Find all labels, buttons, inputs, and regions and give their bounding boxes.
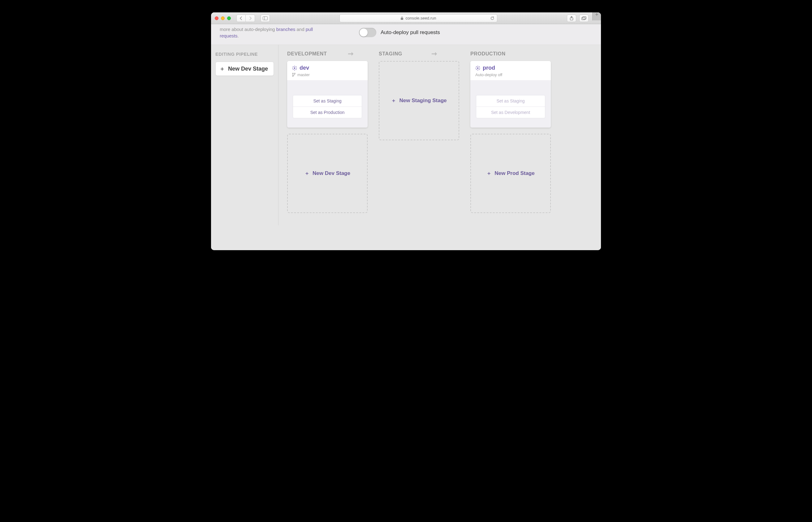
new-prod-stage-label: New Prod Stage: [495, 170, 535, 177]
auto-deploy-toggle-row: Auto-deploy pull requests: [359, 28, 440, 37]
nav-buttons: [236, 15, 255, 22]
plus-icon: ＋: [486, 170, 492, 177]
fullscreen-window-button[interactable]: [227, 16, 231, 20]
prod-stage-header: prod Auto-deploy off: [471, 61, 551, 80]
dev-set-as-staging-button[interactable]: Set as Staging: [293, 95, 362, 107]
back-button[interactable]: [236, 15, 246, 22]
url-bar[interactable]: console.seed.run: [339, 14, 497, 22]
help-text-and: and: [295, 27, 306, 32]
titlebar: console.seed.run +: [211, 13, 601, 24]
svg-point-17: [292, 76, 293, 77]
gear-icon[interactable]: [292, 66, 297, 71]
staging-column: STAGING ＋ New Staging Stage: [379, 51, 471, 213]
svg-line-24: [479, 69, 480, 70]
help-text-prefix: more about auto-deploying: [220, 27, 276, 32]
svg-line-14: [293, 69, 294, 70]
svg-line-12: [296, 69, 296, 70]
svg-rect-2: [401, 18, 403, 20]
sidebar-new-dev-stage-label: New Dev Stage: [228, 66, 268, 72]
prod-stage-name[interactable]: prod: [483, 65, 495, 71]
svg-line-25: [479, 66, 480, 67]
dev-stage-branch: master: [297, 73, 310, 77]
dev-stage-card: dev master Set as Staging: [287, 61, 368, 127]
dev-stage-name[interactable]: dev: [299, 65, 309, 71]
svg-line-23: [476, 66, 477, 67]
sidebar-new-dev-stage-button[interactable]: ＋ New Dev Stage: [215, 62, 274, 76]
svg-line-11: [293, 66, 294, 67]
new-prod-stage-card[interactable]: ＋ New Prod Stage: [471, 134, 551, 213]
close-window-button[interactable]: [215, 16, 218, 20]
help-text-suffix: .: [238, 33, 239, 38]
dev-set-as-production-button[interactable]: Set as Production: [293, 107, 362, 118]
prod-set-as-development-button[interactable]: Set as Development: [476, 107, 545, 118]
arrow-right-icon: [431, 52, 441, 56]
forward-button[interactable]: [246, 15, 255, 22]
staging-header: STAGING: [379, 51, 402, 57]
window-controls: [215, 16, 231, 20]
dev-stage-body: Set as Staging Set as Production: [287, 80, 368, 127]
prod-action-list: Set as Staging Set as Development: [476, 95, 545, 118]
new-staging-stage-card[interactable]: ＋ New Staging Stage: [379, 61, 459, 140]
page-content: more about auto-deploying branches and p…: [211, 24, 601, 250]
lock-icon: [400, 16, 403, 20]
toggle-knob: [359, 28, 368, 37]
dev-stage-header: dev master: [287, 61, 368, 80]
prod-stage-body: Set as Staging Set as Development: [471, 80, 551, 127]
tabs-button[interactable]: [579, 15, 588, 22]
production-header: PRODUCTION: [471, 51, 506, 57]
minimize-window-button[interactable]: [221, 16, 225, 20]
share-button[interactable]: [567, 15, 576, 22]
auto-deploy-toggle-label: Auto-deploy pull requests: [381, 29, 440, 36]
production-column: PRODUCTION prod Auto-deploy off: [471, 51, 562, 213]
branches-link[interactable]: branches: [276, 27, 295, 32]
gear-icon[interactable]: [475, 66, 480, 71]
pipeline-area: EDITING PIPELINE ＋ New Dev Stage DEVELOP…: [211, 45, 601, 225]
prod-stage-card: prod Auto-deploy off Set as Staging Set …: [471, 61, 551, 127]
auto-deploy-help-text: more about auto-deploying branches and p…: [220, 26, 322, 39]
auto-deploy-panel: more about auto-deploying branches and p…: [211, 24, 601, 45]
new-staging-stage-label: New Staging Stage: [399, 98, 446, 104]
svg-rect-4: [582, 17, 585, 20]
prod-set-as-staging-button[interactable]: Set as Staging: [476, 95, 545, 107]
dev-action-list: Set as Staging Set as Production: [293, 95, 362, 118]
branch-icon: [292, 73, 295, 77]
svg-line-26: [476, 69, 477, 70]
plus-icon: ＋: [220, 65, 225, 73]
sidebar-toggle-button[interactable]: [261, 15, 270, 22]
svg-line-13: [296, 66, 296, 67]
svg-point-6: [294, 67, 295, 68]
svg-point-15: [292, 73, 293, 74]
new-tab-button[interactable]: +: [592, 13, 601, 20]
development-column: DEVELOPMENT dev: [287, 51, 379, 213]
svg-rect-5: [583, 16, 586, 19]
auto-deploy-toggle[interactable]: [359, 28, 376, 37]
development-header: DEVELOPMENT: [287, 51, 327, 57]
editing-sidebar: EDITING PIPELINE ＋ New Dev Stage: [211, 45, 278, 225]
pipeline-columns: DEVELOPMENT dev: [278, 45, 601, 225]
prod-stage-sub: Auto-deploy off: [475, 73, 502, 77]
plus-icon: ＋: [391, 98, 396, 104]
titlebar-right: [567, 15, 588, 22]
sidebar-title: EDITING PIPELINE: [215, 52, 274, 57]
browser-window: console.seed.run + more about auto-deplo…: [211, 13, 601, 250]
arrow-right-icon: [348, 52, 358, 56]
svg-rect-0: [263, 16, 268, 20]
new-dev-stage-label: New Dev Stage: [313, 170, 350, 177]
plus-icon: ＋: [305, 170, 309, 177]
svg-point-18: [477, 67, 478, 68]
reload-icon[interactable]: [490, 16, 495, 20]
svg-point-16: [294, 73, 295, 74]
new-dev-stage-card[interactable]: ＋ New Dev Stage: [287, 134, 368, 213]
url-text: console.seed.run: [405, 16, 436, 20]
